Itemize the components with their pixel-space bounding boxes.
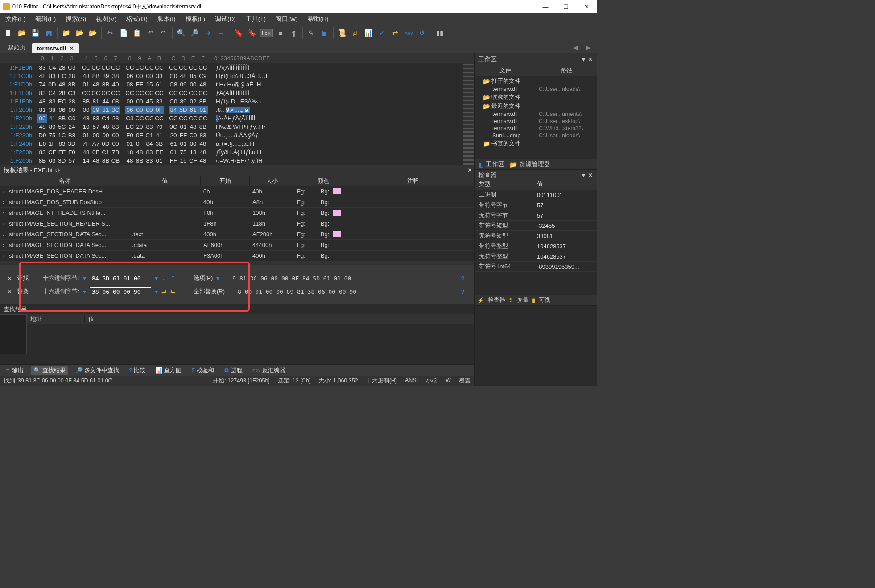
menu-script[interactable]: 脚本(I) bbox=[155, 14, 178, 24]
hex-row[interactable]: 1:F250h:83CFFFF0480FC17B184883EF01751348… bbox=[2, 148, 463, 156]
find-icon[interactable]: 🔍 bbox=[175, 27, 187, 39]
inspector-row[interactable]: 无符号短型33081 bbox=[475, 231, 597, 241]
menu-view[interactable]: 视图(V) bbox=[93, 14, 119, 24]
paste-icon[interactable]: 📋 bbox=[131, 27, 143, 39]
replace-next-icon[interactable]: ⇄ bbox=[161, 288, 167, 295]
menu-template[interactable]: 模板(L) bbox=[183, 14, 208, 24]
file-item[interactable]: termsrv.dllC:\User...esktop\ bbox=[475, 118, 597, 125]
inspector-row[interactable]: 二进制00111001 bbox=[475, 190, 597, 200]
hex-row[interactable]: 1:F1D0h:740D488B01488B4008FF1561C8090048… bbox=[2, 80, 463, 89]
dropdown-icon[interactable]: ▾ bbox=[83, 275, 86, 282]
table-row[interactable]: ›struct IMAGE_DOS_HEADER DosH...0h40hFg:… bbox=[0, 186, 474, 197]
ws-recent-files[interactable]: 📂最近的文件 bbox=[475, 102, 597, 111]
close-find-icon[interactable]: ✕ bbox=[7, 275, 13, 282]
open-recent-icon[interactable]: 📂 bbox=[87, 27, 99, 39]
status-over[interactable]: 覆盖 bbox=[459, 377, 471, 385]
inspector-row[interactable]: 带符号短型-32455 bbox=[475, 221, 597, 231]
menu-search[interactable]: 搜索(S) bbox=[63, 14, 89, 24]
bt-disasm[interactable]: mov反汇编器 bbox=[250, 366, 288, 375]
help2-icon[interactable]: ? bbox=[458, 288, 467, 295]
para-icon[interactable]: ¶ bbox=[288, 27, 300, 39]
hex-view[interactable]: 1:F1B0h:83C428C3CCCCCCCCCCCCCCCCCCCCCCCC… bbox=[0, 63, 463, 165]
bt-findfiles[interactable]: 🔎多文件中查找 bbox=[73, 366, 122, 375]
itab-vars[interactable]: 变量 bbox=[517, 296, 528, 304]
menu-edit[interactable]: 编辑(E) bbox=[33, 14, 58, 24]
checksum-icon[interactable]: ✓ bbox=[376, 27, 388, 39]
bt-checksum[interactable]: Σ校验和 bbox=[189, 366, 217, 375]
replace-icon[interactable]: 🔎 bbox=[189, 27, 200, 39]
hex-row[interactable]: 1:F210h:00418BC04883C428C3CCCCCCCCCCCCCC… bbox=[2, 114, 463, 123]
template-results-table[interactable]: 名称 值 开始 大小 颜色 注释 ›struct IMAGE_DOS_HEADE… bbox=[0, 176, 474, 261]
cut-icon[interactable]: ✂ bbox=[104, 27, 116, 39]
minimize-button[interactable]: — bbox=[535, 0, 556, 13]
save-icon[interactable]: 💾 bbox=[29, 27, 41, 39]
inspector-row[interactable]: 带符号 Int64-89309195359... bbox=[475, 262, 597, 272]
hex-row[interactable]: 1:F220h:48895C2410574883EC2083790C01488B… bbox=[2, 123, 463, 131]
replace-all-button[interactable]: 全部替换(R) bbox=[194, 288, 225, 296]
redo-icon[interactable]: ↷ bbox=[158, 27, 169, 39]
bt-output[interactable]: ≣输出 bbox=[3, 366, 26, 375]
options-button[interactable]: 选项(P) bbox=[194, 274, 213, 282]
histogram-icon[interactable]: 📊 bbox=[363, 27, 375, 39]
ws-open-files[interactable]: 📂打开的文件 bbox=[475, 77, 597, 86]
table-row[interactable]: ›struct IMAGE_SECTION_DATA Sec....text40… bbox=[0, 229, 474, 240]
inspector-row[interactable]: 带符号字节57 bbox=[475, 200, 597, 210]
hex-row[interactable]: 1:F1F0h:4883EC288B81440800004533C089028B… bbox=[2, 97, 463, 106]
goto-icon[interactable]: ➜ bbox=[202, 27, 214, 39]
bookmark-icon[interactable]: 🔖 bbox=[233, 27, 244, 39]
bt-histogram[interactable]: 📊直方图 bbox=[153, 366, 184, 375]
menu-format[interactable]: 格式(O) bbox=[124, 14, 150, 24]
pause-icon[interactable]: ▮▮ bbox=[434, 27, 446, 39]
find-next-icon[interactable]: → bbox=[215, 27, 227, 39]
inspector-row[interactable]: 无符号字节57 bbox=[475, 210, 597, 221]
replace-prev-icon[interactable]: ⇆ bbox=[170, 288, 176, 295]
hex-row[interactable]: 1:F1E0h:83C428C3CCCCCCCCCCCCCCCCCCCCCCCC… bbox=[2, 89, 463, 97]
inspector-row[interactable]: 带符号整型104628537 bbox=[475, 241, 597, 251]
menu-help[interactable]: 帮助(H) bbox=[305, 14, 331, 24]
open-drive-icon[interactable]: 📁 bbox=[60, 27, 72, 39]
maximize-button[interactable]: ☐ bbox=[556, 0, 576, 13]
ws-tab-workspace[interactable]: 工作区 bbox=[486, 160, 504, 169]
table-row[interactable]: ›struct IMAGE_SECTION_HEADER S...1F8h118… bbox=[0, 218, 474, 229]
inspector-row[interactable]: 无符号整型104628537 bbox=[475, 251, 597, 262]
minimap[interactable] bbox=[463, 63, 474, 165]
hex-row[interactable]: 1:F230h:D9751CB801000000F00FC14120FFC083… bbox=[2, 131, 463, 140]
ws-fav-files[interactable]: 📂收藏的文件 bbox=[475, 93, 597, 102]
itab-visible[interactable]: 可视 bbox=[539, 296, 550, 304]
table-row[interactable]: ›struct IMAGE_NT_HEADERS NtHe...F0h108hF… bbox=[0, 208, 474, 218]
hex-row[interactable]: 1:F260h:8B033D5714488BCB488B8301FF15CF48… bbox=[2, 156, 463, 165]
help-icon[interactable]: ? bbox=[458, 275, 467, 282]
file-item[interactable]: termsrv.dllC:\User...nloads\ bbox=[475, 86, 597, 93]
dropdown2-icon[interactable]: ▾ bbox=[155, 275, 158, 282]
itab-inspector[interactable]: 检查器 bbox=[488, 296, 505, 304]
bt-process[interactable]: ⚙进程 bbox=[221, 366, 245, 375]
mov-icon[interactable]: mov bbox=[403, 27, 415, 39]
tab-termsrv[interactable]: termsrv.dll✕ bbox=[32, 43, 79, 53]
script-run-icon[interactable]: 📜 bbox=[336, 27, 348, 39]
find-results-panel[interactable]: 地址 值 bbox=[0, 314, 474, 364]
find-next-icon[interactable]: ⌄ bbox=[161, 275, 167, 282]
ws-close-icon[interactable]: ✕ bbox=[588, 56, 593, 63]
hex-row[interactable]: 1:F1C0h:4883EC28488B893806000033C04885C9… bbox=[2, 72, 463, 80]
status-endian[interactable]: 小端 bbox=[426, 377, 438, 385]
panel-close-icon[interactable]: ✕ bbox=[467, 167, 472, 173]
base-icon[interactable]: ↺ bbox=[417, 27, 428, 39]
tab-close-icon[interactable]: ✕ bbox=[69, 45, 74, 52]
close-replace-icon[interactable]: ✕ bbox=[7, 288, 13, 295]
table-row[interactable]: ›struct IMAGE_SECTION_DATA Sec....dataF3… bbox=[0, 251, 474, 261]
inspector-panel[interactable]: 类型值 二进制00111001带符号字节57无符号字节57带符号短型-32455… bbox=[475, 180, 597, 295]
copy-icon[interactable]: 📄 bbox=[118, 27, 129, 39]
edit-icon[interactable]: ✎ bbox=[305, 27, 317, 39]
columns-icon[interactable]: ≡ bbox=[275, 27, 286, 39]
file-item[interactable]: termsrv.dllC:\Wind...stem32\ bbox=[475, 125, 597, 132]
ws-dd-icon[interactable]: ▾ bbox=[582, 56, 585, 63]
open-process-icon[interactable]: 📂 bbox=[74, 27, 85, 39]
menu-debug[interactable]: 调试(D) bbox=[212, 14, 239, 24]
compare-icon[interactable]: ⇄ bbox=[390, 27, 401, 39]
tab-next-icon[interactable]: ▶ bbox=[582, 42, 594, 53]
ws-bookmarked[interactable]: 📁书签的文件 bbox=[475, 139, 597, 148]
status-hex[interactable]: 十六进制(H) bbox=[366, 377, 397, 385]
tab-prev-icon[interactable]: ◀ bbox=[570, 42, 582, 53]
file-item[interactable]: termsrv.dllC:\User...uments\ bbox=[475, 111, 597, 118]
insp-close-icon[interactable]: ✕ bbox=[588, 172, 593, 179]
